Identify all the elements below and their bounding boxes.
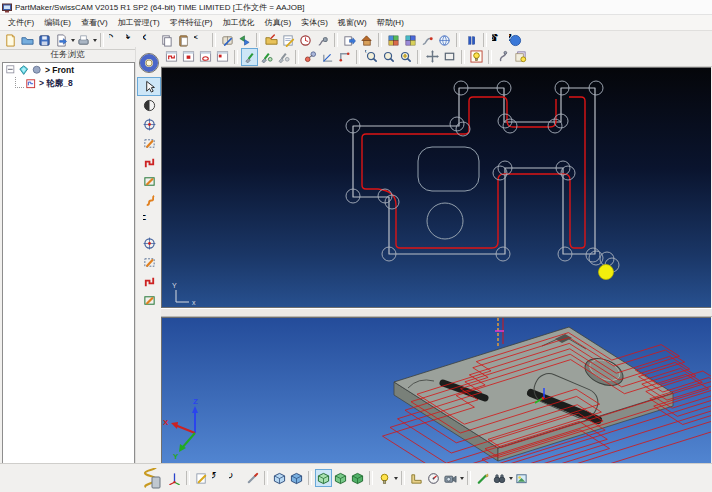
toggle-lamp-button[interactable] — [468, 48, 485, 66]
angle-measure-button[interactable] — [319, 48, 336, 66]
rotate-left-button[interactable]: ↺ — [210, 469, 227, 487]
toolbar-separator — [378, 33, 382, 47]
toolbar-separator — [488, 50, 492, 64]
tree-item-contour-8[interactable]: > 轮廓_8 — [3, 77, 134, 91]
snapshot-button[interactable] — [513, 469, 530, 487]
menu-item-view[interactable]: 查看(V) — [76, 16, 113, 29]
part-outline — [353, 88, 595, 254]
show-toolpath-button[interactable] — [241, 48, 258, 66]
isobox-icon — [317, 472, 330, 485]
iso-view-2-button[interactable] — [332, 469, 349, 487]
pocket-outline — [418, 147, 479, 191]
suppress-toolpath-button[interactable] — [275, 48, 292, 66]
iso-view-1-button[interactable] — [315, 469, 332, 487]
pan-button[interactable] — [424, 48, 441, 66]
path-points-button[interactable] — [336, 48, 353, 66]
window-title: PartMaker/SwissCAM V2015 R1 SP2 (64-bit)… — [15, 2, 304, 13]
iso-view-3-button[interactable] — [349, 469, 366, 487]
form-pencil-icon — [282, 34, 295, 47]
drill-point-button[interactable] — [137, 115, 161, 134]
simulation-speed-button[interactable] — [425, 469, 442, 487]
menu-item-help[interactable]: 帮助(H) — [372, 16, 409, 29]
svg-text:✂: ✂ — [194, 34, 199, 44]
single-contour-button[interactable] — [137, 272, 161, 291]
single-drill-group-button[interactable] — [137, 253, 161, 272]
dropdown-caret-icon[interactable] — [460, 477, 464, 480]
axis-indicator-2d — [176, 290, 189, 302]
sketch-edit-button[interactable] — [193, 469, 210, 487]
cable-icon — [421, 34, 434, 47]
toolbar-separator — [369, 471, 373, 485]
menu-item-window[interactable]: 视窗(W) — [333, 16, 372, 29]
contour-group-button[interactable] — [137, 153, 161, 172]
verify-toolpath-button[interactable] — [258, 48, 275, 66]
tool-circle — [586, 248, 600, 262]
task-browser-panel: 任务浏览 > Front> 轮廓_8 — [0, 47, 135, 463]
pen-diag-icon — [476, 472, 489, 485]
thread-display-button[interactable] — [138, 466, 163, 491]
single-pocket-button[interactable] — [137, 291, 161, 310]
view-splitter[interactable] — [161, 308, 712, 317]
tool-display-button[interactable] — [137, 49, 161, 77]
select-cursor-button[interactable] — [137, 77, 161, 96]
menu-item-part-features[interactable]: 零件特征(P) — [165, 16, 218, 29]
pages-bulb-icon — [514, 50, 527, 63]
drill-group-button[interactable] — [137, 134, 161, 153]
zoom-previous-button[interactable]: ✕ — [363, 48, 380, 66]
menu-item-solids[interactable]: 实体(S) — [296, 16, 333, 29]
zoom-x-icon: ✕ — [365, 50, 378, 63]
pocket-icon — [143, 175, 156, 188]
svg-text:↶: ↶ — [109, 34, 114, 43]
new-window-blank-button[interactable] — [214, 48, 231, 66]
zoom-fit-button[interactable] — [380, 48, 397, 66]
show-docs-button[interactable] — [512, 48, 529, 66]
dropdown-caret-icon[interactable] — [394, 477, 398, 480]
hook-icon — [497, 50, 510, 63]
menu-item-file[interactable]: 文件(F) — [3, 16, 39, 29]
toolbar-separator — [483, 33, 487, 47]
single-drill-button[interactable] — [137, 234, 161, 253]
tool-green2-icon — [260, 50, 273, 63]
tool-gray-icon — [277, 50, 290, 63]
iso-view-canvas[interactable]: ZXY — [161, 317, 711, 467]
toolbar-separator — [234, 50, 238, 64]
mark-path-button[interactable] — [474, 469, 491, 487]
new-window-profile-button[interactable] — [180, 48, 197, 66]
wireframe-view-button[interactable] — [271, 469, 288, 487]
probe-button[interactable] — [495, 48, 512, 66]
menu-item-machining-manager[interactable]: 加工管理(T) — [113, 16, 165, 29]
new-window-face-button[interactable] — [163, 48, 180, 66]
task-tree[interactable]: > Front> 轮廓_8 — [2, 62, 135, 482]
help-icon: ? — [509, 34, 522, 47]
zoom-window-button[interactable] — [441, 48, 458, 66]
dropdown-caret-icon[interactable] — [93, 39, 97, 42]
steady-rest-button[interactable] — [137, 96, 161, 115]
record-video-button[interactable] — [442, 469, 459, 487]
inspect-button[interactable] — [491, 469, 508, 487]
thread-feature-button[interactable] — [137, 191, 161, 210]
menu-item-simulation[interactable]: 仿真(S) — [259, 16, 296, 29]
bulb-icon — [378, 472, 391, 485]
folder-import-icon — [265, 34, 278, 47]
measure-button[interactable] — [408, 469, 425, 487]
new-window-turn-button[interactable] — [197, 48, 214, 66]
light-button[interactable] — [376, 469, 393, 487]
render-mode-button[interactable] — [244, 469, 261, 487]
top-view-canvas[interactable]: Yx — [161, 67, 711, 308]
menu-item-process-optimize[interactable]: 加工优化 — [217, 16, 259, 29]
rotate-right-button[interactable]: ↻ — [227, 469, 244, 487]
marquee-icon — [143, 137, 156, 150]
tree-item-front[interactable]: > Front — [3, 63, 134, 77]
coil-icon — [140, 468, 162, 490]
zoom-in-button[interactable] — [397, 48, 414, 66]
coordinate-system-button[interactable] — [166, 469, 183, 487]
app-icon — [2, 3, 12, 13]
pocket-group-button[interactable] — [137, 172, 161, 191]
shaded-view-button[interactable] — [288, 469, 305, 487]
app-window: PartMaker/SwissCAM V2015 R1 SP2 (64-bit)… — [0, 0, 712, 492]
win4-icon — [216, 50, 229, 63]
menu-item-edit[interactable]: 编辑(E) — [39, 16, 76, 29]
link-icon — [304, 50, 317, 63]
link-features-button[interactable] — [302, 48, 319, 66]
engrave-feature-button[interactable]: E — [137, 210, 161, 229]
